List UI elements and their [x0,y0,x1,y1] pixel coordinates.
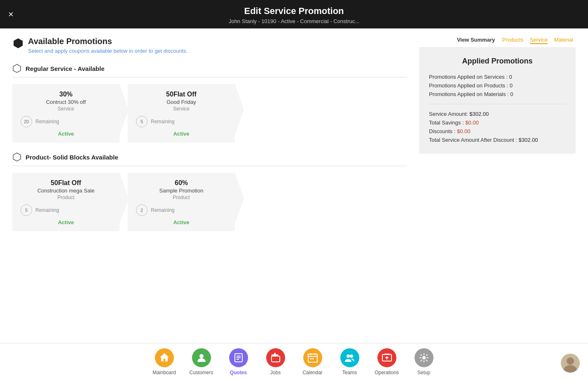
nav-item-jobs[interactable]: Jobs [257,344,294,380]
page-subtitle: Select and apply coupons available below… [28,48,187,54]
total-after-label: Total Service Amount After Discount : [429,137,517,143]
left-panel: Available Promotions Select and apply co… [12,37,407,334]
promo-type-1-0: Product [21,195,111,200]
remaining-badge-1-0: 5 [21,204,32,216]
right-panel: View Summary Products Service Material A… [419,37,576,334]
promo-cards-0: 30% Contruct 30% off Service 20 Remainin… [12,84,407,143]
discounts-label: Discounts : [429,128,455,134]
main-content: Available Promotions Select and apply co… [0,28,588,342]
promo-cards-1: 50Flat Off Construction mega Sale Produc… [12,173,407,231]
nav-item-mainboard[interactable]: Mainboard [146,344,183,380]
view-summary-service[interactable]: Service [530,37,548,44]
promo-value-1-1: 60% [136,179,227,187]
discounts-stat: Discounts : $0.00 [429,128,566,134]
operations-icon [377,348,396,367]
nav-item-quotes[interactable]: Quotes [220,344,257,380]
service-amount-val: $302.00 [469,111,489,117]
promo-type-1-1: Product [136,195,227,200]
remaining-badge-0-0: 20 [21,116,32,127]
materials-applied-stat: Promotions Applied on Materials : 0 [429,91,566,97]
products-applied-label: Promotions Applied on Products : [429,82,508,89]
available-promotions-header: Available Promotions Select and apply co… [12,37,407,54]
service-amount-stat: Service Amount: $302.00 [429,111,566,117]
promo-name-1-1: Sample Promotion [136,188,227,194]
calendar-icon [303,348,322,367]
svg-marker-0 [14,38,23,48]
promo-status-0-1: Active [136,131,227,137]
service-amount-label: Service Amount: [429,111,468,117]
svg-point-21 [567,357,574,365]
page-header: × Edit Service Promotion John Stanly - 1… [0,0,588,28]
svg-point-15 [347,354,350,358]
section-hex-icon [12,64,21,73]
materials-applied-val: 0 [510,91,513,97]
svg-point-22 [564,365,577,373]
remaining-badge-0-1: 5 [136,116,148,127]
section-regular-service: Regular Service - Available 30% Contruct… [12,64,407,143]
bottom-nav: Mainboard Customers Quotes Jobs Calendar… [0,343,588,380]
remaining-label-1-0: Remaining [35,207,59,213]
remaining-label-0-1: Remaining [151,119,174,124]
promo-card-1-0[interactable]: 50Flat Off Construction mega Sale Produc… [12,173,119,231]
nav-label-setup: Setup [417,370,430,375]
page-title: Available Promotions [28,37,187,46]
applied-promotions-box: Applied Promotions Promotions Applied on… [419,47,576,154]
promo-card-0-0[interactable]: 30% Contruct 30% off Service 20 Remainin… [12,84,119,143]
section-hex-icon-1 [12,152,21,162]
svg-point-20 [422,356,426,359]
materials-applied-label: Promotions Applied on Materials : [429,91,509,97]
nav-label-operations: Operations [375,370,399,375]
nav-item-operations[interactable]: Operations [368,344,405,380]
remaining-badge-1-1: 2 [136,204,148,216]
promo-card-0-1[interactable]: 50Flat Off Good Friday Service 5 Remaini… [128,84,235,143]
nav-item-customers[interactable]: Customers [183,344,220,380]
promo-type-0-0: Service [21,106,111,112]
products-applied-val: 0 [510,82,513,89]
quotes-icon [229,348,248,367]
nav-item-calendar[interactable]: Calendar [294,344,331,380]
header-subtitle: John Stanly - 10190 - Active - Commercia… [0,18,588,24]
close-button[interactable]: × [8,10,14,19]
promo-name-1-0: Construction mega Sale [21,188,111,194]
promo-name-0-1: Good Friday [136,99,227,105]
nav-label-quotes: Quotes [230,370,247,375]
promo-value-0-1: 50Flat Off [136,91,227,98]
customers-icon [192,348,211,367]
remaining-label-1-1: Remaining [151,207,174,213]
mainboard-icon [155,348,174,367]
svg-marker-1 [13,64,21,73]
jobs-icon [266,348,285,367]
nav-item-setup[interactable]: Setup [405,344,443,380]
view-summary: View Summary Products Service Material [419,37,576,43]
section-product-solid-blocks: Product- Solid Blocks Available 50Flat O… [12,152,407,231]
section-title-0: Regular Service - Available [26,65,104,72]
view-summary-material[interactable]: Material [554,37,573,43]
nav-label-teams: Teams [342,370,357,375]
nav-label-calendar: Calendar [302,370,323,375]
user-avatar[interactable] [561,354,580,373]
services-applied-stat: Promotions Applied on Services : 0 [429,74,566,80]
setup-icon [415,348,433,367]
svg-point-16 [350,354,353,358]
products-applied-stat: Promotions Applied on Products : 0 [429,82,566,89]
total-savings-stat: Total Savings : $0.00 [429,120,566,126]
svg-marker-2 [13,153,21,161]
promo-value-1-0: 50Flat Off [21,179,111,187]
promo-type-0-1: Service [136,106,227,112]
svg-rect-8 [272,356,280,362]
services-applied-label: Promotions Applied on Services : [429,74,508,80]
nav-label-customers: Customers [189,370,213,375]
promo-card-1-1[interactable]: 60% Sample Promotion Product 2 Remaining… [128,173,235,231]
total-savings-val: $0.00 [465,120,479,126]
services-applied-val: 0 [509,74,512,80]
remaining-label-0-0: Remaining [35,119,59,124]
svg-rect-13 [310,358,312,359]
view-summary-products[interactable]: Products [502,37,523,43]
nav-item-teams[interactable]: Teams [331,344,368,380]
promo-status-0-0: Active [21,131,111,137]
discounts-val: $0.00 [457,128,471,134]
hex-icon [12,38,24,49]
svg-point-3 [199,354,204,358]
promo-name-0-0: Contruct 30% off [21,99,111,105]
view-summary-label: View Summary [457,37,495,43]
